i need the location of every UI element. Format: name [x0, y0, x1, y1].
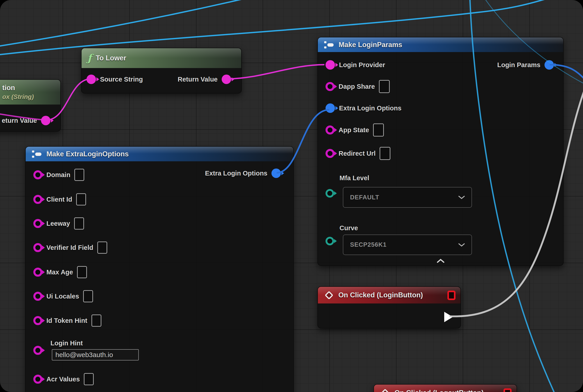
dropdown-value: DEFAULT	[350, 194, 379, 201]
pin-label: eturn Value	[2, 117, 37, 124]
node-on-clicked-logout-button[interactable]: On Clicked (LogoutButton)	[374, 384, 517, 392]
node-to-lower[interactable]: ƒ To Lower Source String Return Value	[81, 48, 242, 94]
struct-output-pin[interactable]	[544, 60, 554, 70]
node-header[interactable]: ƒ To Lower	[82, 48, 241, 68]
pin-label: Dapp Share	[338, 83, 375, 90]
pin-label: Login Params	[497, 61, 540, 69]
checkbox[interactable]	[380, 147, 390, 160]
pin-row: Id Token Hint	[33, 314, 101, 327]
node-title: To Lower	[96, 54, 126, 62]
node-make-extra-login-options[interactable]: Make ExtraLoginOptions Extra Login Optio…	[25, 146, 294, 392]
blueprint-graph-canvas[interactable]: tion ox (String) eturn Value ƒ To Lower …	[0, 0, 583, 392]
struct-input-pin[interactable]	[326, 104, 335, 113]
checkbox[interactable]	[97, 242, 107, 254]
pin-row: Leeway	[33, 218, 84, 230]
checkbox[interactable]	[74, 218, 84, 230]
node-header[interactable]: Make LoginParams	[318, 38, 563, 52]
pin-row: Max Age	[33, 266, 87, 278]
checkbox[interactable]	[379, 80, 390, 93]
pin-row: Return Value	[178, 74, 231, 84]
pin-row: Login Provider	[326, 60, 385, 70]
string-input-pin[interactable]	[33, 170, 42, 179]
string-input-pin[interactable]	[326, 126, 334, 134]
pin-row: Extra Login Options	[205, 168, 281, 178]
pin-label: Mfa Level	[340, 174, 369, 182]
node-header[interactable]: On Clicked (LogoutButton)	[374, 384, 516, 392]
string-input-pin[interactable]	[33, 292, 42, 301]
pin-row: App State	[326, 124, 384, 136]
string-input-pin[interactable]	[33, 316, 42, 325]
pin-row: Redirect Url	[326, 147, 390, 160]
pin-label: Extra Login Options	[339, 104, 402, 112]
pin-row: eturn Value	[2, 116, 50, 125]
checkbox[interactable]	[84, 373, 94, 385]
pure-function-icon: ƒ	[88, 53, 92, 63]
curve-dropdown[interactable]: SECP256K1	[343, 234, 472, 255]
bound-widget-indicator-icon[interactable]	[504, 388, 512, 392]
login-hint-input[interactable]	[52, 349, 139, 360]
pin-label: Curve	[340, 224, 358, 232]
node-header[interactable]: Make ExtraLoginOptions	[26, 147, 293, 161]
pin-row: Dapp Share	[326, 80, 390, 93]
struct-output-pin[interactable]	[272, 168, 281, 178]
node-on-clicked-login-button[interactable]: On Clicked (LoginButton)	[318, 286, 461, 328]
pin-label: Extra Login Options	[205, 170, 268, 177]
chevron-down-icon	[458, 243, 465, 247]
checkbox[interactable]	[76, 193, 86, 206]
bound-widget-indicator-icon[interactable]	[448, 290, 456, 300]
enum-input-pin[interactable]	[326, 237, 334, 245]
node-partial-function[interactable]: tion ox (String) eturn Value	[0, 79, 61, 132]
pin-label: Ui Locales	[46, 293, 79, 300]
string-input-pin[interactable]	[326, 60, 335, 70]
collapse-node-chevron-icon[interactable]	[436, 259, 445, 263]
node-title: Make ExtraLoginOptions	[46, 150, 129, 158]
string-input-pin[interactable]	[326, 82, 334, 91]
pin-label: Leeway	[46, 220, 70, 227]
mfa-level-dropdown[interactable]: DEFAULT	[343, 187, 472, 208]
string-input-pin[interactable]	[33, 219, 42, 228]
pin-label: Domain	[46, 171, 70, 179]
enum-input-pin[interactable]	[326, 189, 334, 198]
dropdown-value: SECP256K1	[350, 241, 386, 248]
pin-label: Verifier Id Field	[46, 244, 93, 252]
string-input-pin[interactable]	[33, 346, 42, 355]
pin-row: Client Id	[33, 193, 86, 206]
pin-row: Ui Locales	[33, 290, 93, 302]
make-struct-icon	[324, 41, 334, 49]
pin-row: Verifier Id Field	[33, 242, 107, 254]
pin-label: Redirect Url	[338, 150, 376, 157]
make-struct-icon	[32, 150, 42, 158]
checkbox[interactable]	[74, 169, 84, 181]
pin-label: App State	[338, 126, 369, 134]
chevron-down-icon	[458, 196, 465, 199]
checkbox[interactable]	[83, 290, 93, 302]
pin-label: Login Hint	[50, 340, 83, 347]
node-make-login-params[interactable]: Make LoginParams Login Provider Login Pa…	[318, 37, 564, 266]
pin-row: Acr Values	[33, 373, 94, 385]
pin-row: Login Params	[497, 60, 554, 70]
node-header[interactable]: tion ox (String)	[0, 80, 60, 104]
node-header[interactable]: On Clicked (LoginButton)	[318, 287, 460, 304]
pin-row: Extra Login Options	[326, 104, 402, 113]
event-diamond-icon	[381, 388, 389, 392]
string-input-pin[interactable]	[33, 195, 42, 204]
pin-label: Return Value	[178, 76, 218, 83]
exec-output-pin[interactable]	[444, 312, 453, 322]
node-title: On Clicked (LogoutButton)	[394, 389, 484, 392]
checkbox[interactable]	[373, 124, 384, 136]
string-input-pin[interactable]	[33, 243, 42, 252]
string-input-pin[interactable]	[33, 268, 42, 277]
pin-label: Client Id	[46, 196, 72, 203]
string-output-pin[interactable]	[41, 116, 50, 125]
node-title: Make LoginParams	[338, 41, 402, 49]
checkbox[interactable]	[77, 266, 87, 278]
pin-row: Source String	[86, 74, 143, 84]
string-input-pin[interactable]	[86, 74, 96, 84]
wire-cyan-top-1	[0, 0, 244, 46]
string-output-pin[interactable]	[222, 74, 231, 84]
checkbox[interactable]	[92, 314, 101, 327]
event-diamond-icon	[324, 291, 333, 300]
pin-label: Max Age	[46, 268, 73, 276]
string-input-pin[interactable]	[326, 149, 334, 158]
string-input-pin[interactable]	[33, 375, 42, 384]
